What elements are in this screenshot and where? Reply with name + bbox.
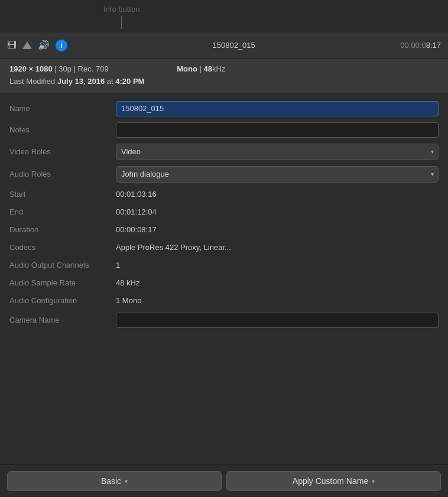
clip-title: 150802_015 bbox=[73, 41, 394, 50]
film-icon[interactable]: 🎞 bbox=[7, 40, 17, 51]
resolution: 1920 × 1080 bbox=[9, 64, 53, 73]
framerate: 30p bbox=[59, 64, 72, 73]
prop-row: Name bbox=[0, 98, 448, 119]
modified-mid: at bbox=[107, 77, 115, 86]
prop-label: Audio Configuration bbox=[9, 296, 116, 305]
sample-rate-unit: kHz bbox=[212, 64, 225, 73]
prop-row: Camera Name bbox=[0, 310, 448, 331]
prop-select-video-roles[interactable]: VideoTitlesB-Roll bbox=[116, 144, 439, 160]
basic-chevron: ▾ bbox=[125, 478, 128, 485]
prop-row: Video RolesVideoTitlesB-Roll▾ bbox=[0, 141, 448, 163]
select-wrapper: VideoTitlesB-Roll▾ bbox=[116, 144, 439, 160]
prop-label: Audio Sample Rate bbox=[9, 278, 116, 287]
info-bar: 1920 × 1080 | 30p | Rec. 709 Mono | 48kH… bbox=[0, 59, 448, 93]
prop-row: Audio Output Channels1 bbox=[0, 256, 448, 274]
prop-label: Audio Roles bbox=[9, 170, 116, 178]
prop-value: 1 bbox=[116, 261, 439, 269]
tooltip-label: Info button bbox=[103, 5, 139, 14]
clip-icon bbox=[22, 41, 32, 49]
modified-date: July 13, 2016 bbox=[57, 77, 105, 86]
prop-select-audio-roles[interactable]: John dialogueDialogueMusicEffects bbox=[116, 166, 439, 183]
apply-custom-name-button[interactable]: Apply Custom Name ▾ bbox=[226, 471, 441, 491]
modified-prefix: Last Modified bbox=[9, 77, 57, 86]
colorspace: Rec. 709 bbox=[78, 64, 109, 73]
speaker-icon[interactable]: 🔊 bbox=[38, 40, 50, 51]
prop-value: Apple ProRes 422 Proxy, Linear... bbox=[116, 243, 439, 252]
prop-label: End bbox=[9, 207, 116, 216]
prop-row: Audio Sample Rate48 kHz bbox=[0, 274, 448, 292]
info-button[interactable]: i bbox=[56, 40, 67, 51]
prop-label: Duration bbox=[9, 225, 116, 234]
sample-rate: 48 bbox=[204, 64, 212, 73]
prop-row: Duration00:00:08:17 bbox=[0, 221, 448, 239]
basic-label: Basic bbox=[101, 476, 121, 486]
apply-chevron: ▾ bbox=[372, 478, 375, 485]
tooltip-arrow-line bbox=[121, 16, 122, 29]
prop-row: Audio RolesJohn dialogueDialogueMusicEff… bbox=[0, 163, 448, 186]
timecode: 00:00:08:17 bbox=[400, 41, 441, 50]
audio-label: Mono bbox=[177, 64, 197, 73]
toolbar: 🎞 🔊 i 150802_015 00:00:08:17 bbox=[0, 33, 448, 59]
select-wrapper: John dialogueDialogueMusicEffects▾ bbox=[116, 166, 439, 183]
info-sep2: | bbox=[74, 64, 78, 73]
prop-label: Audio Output Channels bbox=[9, 261, 116, 269]
prop-label: Notes bbox=[9, 125, 116, 134]
name-input[interactable] bbox=[116, 101, 439, 116]
bottom-bar: Basic ▾ Apply Custom Name ▾ bbox=[0, 464, 448, 497]
prop-label: Video Roles bbox=[9, 147, 116, 156]
prop-input-notes[interactable] bbox=[116, 122, 439, 138]
properties-panel: NameNotesVideo RolesVideoTitlesB-Roll▾Au… bbox=[0, 93, 448, 464]
audio-sep: | bbox=[200, 64, 204, 73]
prop-row: Notes bbox=[0, 119, 448, 141]
basic-button[interactable]: Basic ▾ bbox=[7, 471, 222, 491]
prop-input-camera-name[interactable] bbox=[116, 313, 439, 328]
prop-label: Start bbox=[9, 190, 116, 199]
prop-row: Audio Configuration1 Mono bbox=[0, 292, 448, 310]
apply-label: Apply Custom Name bbox=[293, 476, 368, 486]
prop-value: 00:00:08:17 bbox=[116, 225, 439, 234]
prop-row: End00:01:12:04 bbox=[0, 203, 448, 221]
prop-label: Camera Name bbox=[9, 316, 116, 324]
prop-label: Name bbox=[9, 104, 116, 113]
prop-value: 00:01:03:16 bbox=[116, 190, 439, 199]
prop-value: 1 Mono bbox=[116, 296, 439, 305]
prop-value: 48 kHz bbox=[116, 278, 439, 287]
prop-value: 00:01:12:04 bbox=[116, 207, 439, 216]
prop-label: Codecs bbox=[9, 243, 116, 252]
prop-row: Start00:01:03:16 bbox=[0, 186, 448, 203]
modified-time: 4:20 PM bbox=[115, 77, 144, 86]
prop-row: CodecsApple ProRes 422 Proxy, Linear... bbox=[0, 239, 448, 256]
